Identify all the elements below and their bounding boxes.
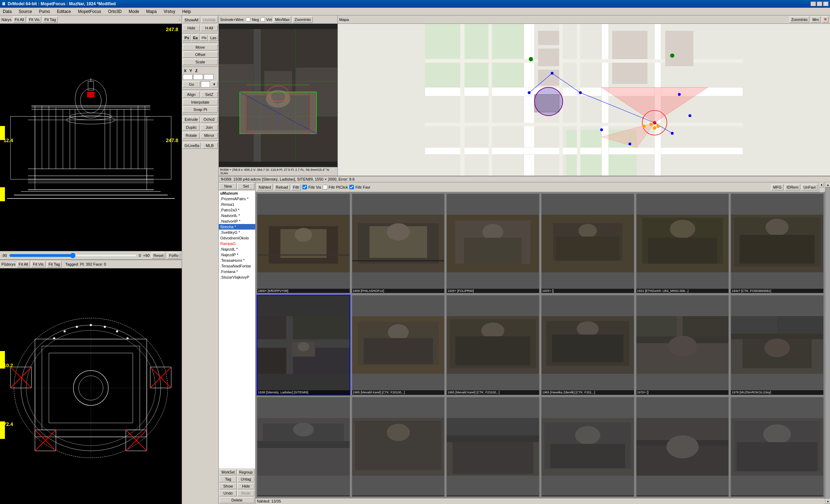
layer-item-4[interactable]: .NadvorilL * xyxy=(219,213,255,218)
photo-4[interactable]: 1931 [ETHZurich: LBS_MH01-006...] xyxy=(636,193,730,294)
nahled-button[interactable]: Náhled xyxy=(257,184,273,190)
virt-checkbox[interactable] xyxy=(260,17,265,22)
scroll-track[interactable] xyxy=(825,187,830,499)
layer-item-1[interactable]: .PrizemiAPatro * xyxy=(219,196,255,202)
show-all-button[interactable]: ShowAll xyxy=(183,17,200,23)
tab-ea[interactable]: Ea xyxy=(191,35,199,41)
zoom-into-map-button[interactable]: ZoomInto xyxy=(789,16,809,23)
close-button[interactable]: ✕ xyxy=(823,1,829,6)
regroup-button[interactable]: Regroup xyxy=(237,469,254,475)
reset-button[interactable]: Reset xyxy=(152,252,165,259)
snap-pt-button[interactable]: Snap Pt xyxy=(183,106,218,113)
show-layer-button[interactable]: Show xyxy=(219,483,237,489)
layer-item-15[interactable]: .StozarVlajkovyP xyxy=(219,274,255,280)
new-button[interactable]: New xyxy=(219,183,237,189)
photo-12[interactable] xyxy=(257,397,350,497)
right-scrollbar[interactable]: ▲ ▼ xyxy=(825,182,830,504)
layer-item-13[interactable]: .TerasaNadFontar xyxy=(219,263,255,269)
tab-ps[interactable]: Ps xyxy=(183,35,191,41)
filtr-vis-label[interactable]: Filtr Vis xyxy=(302,185,321,189)
photo-1[interactable]: 1909 [PHILASHOP.cz] xyxy=(351,193,445,294)
unfavi-button[interactable]: UnFavi xyxy=(802,184,817,190)
photo-16[interactable] xyxy=(636,397,730,497)
rotation-slider-input[interactable] xyxy=(9,253,137,258)
photo-14[interactable] xyxy=(446,397,540,497)
menu-pumo[interactable]: Pumo xyxy=(37,8,51,15)
layer-item-2[interactable]: .Rimsa1 xyxy=(219,202,255,207)
photo-10[interactable]: 1970+ [] xyxy=(636,295,730,395)
photo-15[interactable] xyxy=(541,397,635,497)
workset-button[interactable]: WorkSet xyxy=(219,469,237,475)
photo-17[interactable] xyxy=(730,397,824,497)
menu-mode[interactable]: Mode xyxy=(127,8,141,15)
menu-orto3d[interactable]: Orto3D xyxy=(107,8,123,15)
narys-canvas[interactable]: 247.8 12.4 247.8 xyxy=(0,24,182,251)
layer-item-6[interactable]: Strecha * xyxy=(219,224,255,230)
mlb-button[interactable]: MLB xyxy=(202,142,218,149)
untag-button[interactable]: Untag xyxy=(237,476,254,482)
pudorys-canvas[interactable]: 10.2 72.4 xyxy=(0,268,182,504)
layer-item-8[interactable]: OdvodneniOkolo xyxy=(219,235,255,241)
ochozbutton[interactable]: Ochož xyxy=(201,116,218,122)
filtr-favi-label[interactable]: Filtr Favi xyxy=(349,185,370,189)
layer-item-7[interactable]: .SvetlikyG * xyxy=(219,230,255,235)
neg-checkbox[interactable] xyxy=(246,17,250,22)
undo-button[interactable]: Undo xyxy=(219,490,237,496)
tab-pfa[interactable]: Pfa xyxy=(200,35,208,41)
image-canvas[interactable] xyxy=(219,24,337,167)
photo-3[interactable]: 1925+ [] xyxy=(541,193,635,294)
move-button[interactable]: Move xyxy=(183,44,218,50)
layer-item-10[interactable]: .NajezdL * xyxy=(219,246,255,252)
filtr-favi-checkbox[interactable] xyxy=(349,185,354,189)
hide-layer-button[interactable]: Hide xyxy=(237,483,254,489)
mirror-button[interactable]: Mirror xyxy=(201,132,218,139)
interpolate-button[interactable]: Interpolate xyxy=(183,99,218,105)
scroll-down-bottom[interactable]: ▼ xyxy=(825,499,830,504)
offset-button[interactable]: Offset xyxy=(183,51,218,58)
pudorys-fit-tag[interactable]: Fit Tag xyxy=(47,261,62,267)
layer-list[interactable]: uMuzeum .PrizemiAPatro * .Rimsa1 .Patro2… xyxy=(219,190,255,468)
go-arrow[interactable]: ▼ xyxy=(211,81,218,88)
narys-fit-tag[interactable]: Fit Tag xyxy=(43,16,58,23)
go-button[interactable]: Go xyxy=(183,81,200,88)
filtr-ptclick-label[interactable]: Filtr PtClick xyxy=(323,185,348,189)
layer-item-3[interactable]: .Patro2a3 * xyxy=(219,207,255,213)
pudorys-fit-all[interactable]: Fit All xyxy=(17,261,30,267)
h-all-button[interactable]: H All xyxy=(201,25,218,31)
x-input[interactable]: 0 xyxy=(183,74,193,80)
neg-check-label[interactable]: Neg xyxy=(246,17,259,22)
rotate-button[interactable]: Rotate xyxy=(183,132,200,139)
reload-button[interactable]: Reload xyxy=(274,184,290,190)
photo-scrollbar[interactable]: ▲ xyxy=(819,182,824,192)
filtr-button[interactable]: Filtr xyxy=(291,184,301,190)
filtr-ptclick-checkbox[interactable] xyxy=(323,185,327,189)
menu-editace[interactable]: Editace xyxy=(56,8,72,15)
setz-button[interactable]: SetZ xyxy=(201,91,218,98)
extrude-button[interactable]: Extrude xyxy=(183,116,200,122)
narys-fit-all[interactable]: Fit All xyxy=(13,16,26,23)
idrem-button[interactable]: IDRem xyxy=(785,184,800,190)
layer-item-14[interactable]: .Fontana * xyxy=(219,269,255,274)
tag-button[interactable]: Tag xyxy=(219,476,237,482)
redo-button[interactable]: Redo xyxy=(237,490,254,496)
photo-5[interactable]: 193x? [CTK: FO003669581] xyxy=(730,193,824,294)
menu-data[interactable]: Data xyxy=(1,8,13,15)
min-max-button[interactable]: Min/Max xyxy=(273,16,292,23)
zoom-into-image-button[interactable]: ZoomInto xyxy=(293,16,312,23)
layer-item-12[interactable]: .TerasaHorni * xyxy=(219,258,255,263)
map-close-button[interactable]: ✕ xyxy=(822,16,829,23)
tab-las[interactable]: Las xyxy=(208,35,218,41)
virt-check-label[interactable]: Virt xyxy=(260,17,272,22)
photo-11[interactable]: 1978 [MUZNAROKOLI19xy] xyxy=(730,295,824,395)
menu-mapa[interactable]: Mapa xyxy=(145,8,158,15)
photo-8[interactable]: 1965 [Mevald Karel] [CTK: F20100...] xyxy=(446,295,540,395)
narys-fit-vis[interactable]: Fit Vis xyxy=(27,16,41,23)
filtr-vis-checkbox[interactable] xyxy=(302,185,307,189)
scale-button[interactable]: Scale xyxy=(183,59,218,65)
photo-2[interactable]: 1925+ [FOLIPR00] xyxy=(446,193,540,294)
unhide-button[interactable]: UnHide xyxy=(201,17,218,23)
foro-button[interactable]: FoRo xyxy=(167,252,180,259)
layer-item-9[interactable]: RampaG xyxy=(219,241,255,246)
hide-button[interactable]: Hide xyxy=(183,25,200,31)
minimize-button[interactable]: ─ xyxy=(810,1,816,6)
